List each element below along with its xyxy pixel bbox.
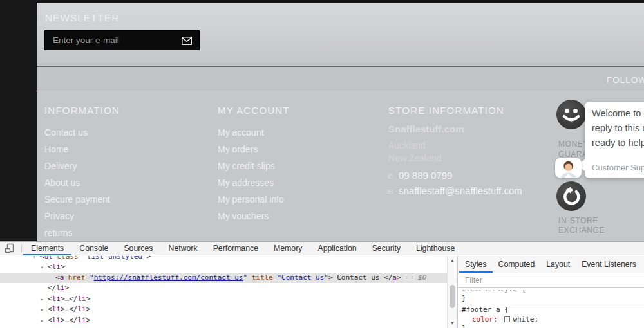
exchange-label-line1: IN-STORE — [558, 216, 598, 225]
devtools-tab-application[interactable]: Application — [310, 242, 364, 255]
sidebar-tab-layout[interactable]: Layout — [540, 256, 576, 273]
footer-link[interactable]: Delivery — [44, 158, 120, 174]
scrollbar-up-icon[interactable]: ▲ — [448, 258, 457, 264]
code-token: > — [147, 256, 151, 260]
code-token: < — [55, 273, 60, 282]
scrollbar-thumb[interactable] — [450, 285, 455, 308]
code-token: li — [77, 316, 86, 324]
code-token: > — [397, 273, 401, 282]
elements-tree-row[interactable]: ▸<li>…</li> — [0, 315, 447, 326]
rule-selector[interactable]: #footer a { — [462, 305, 509, 315]
smiley-icon — [556, 100, 586, 129]
store-email[interactable]: snafflestaff@snafflestuff.com — [399, 185, 522, 196]
footer-link[interactable]: Contact us — [44, 124, 120, 141]
twisty-icon[interactable]: ▸ — [41, 316, 48, 327]
elements-tree-row[interactable]: <a href="https://snafflestuff.com/contac… — [0, 273, 447, 284]
code-token: > — [61, 295, 65, 303]
sidebar-tab-bar: StylesComputedLayoutEvent ListenersDOM — [458, 256, 644, 273]
close-brace: } — [462, 323, 466, 328]
devtools-tab-elements[interactable]: Elements — [23, 242, 71, 255]
footer-link[interactable]: Secure payment — [44, 191, 120, 208]
my-account-links: My accountMy ordersMy credit slipsMy add… — [218, 124, 290, 224]
footer-link[interactable]: My credit slips — [218, 158, 290, 174]
devtools-tab-lighthouse[interactable]: Lighthouse — [408, 242, 462, 255]
exchange-label-line2: EXCHANGE — [558, 226, 605, 235]
code-token: > — [86, 316, 91, 324]
sidebar-tab-computed[interactable]: Computed — [493, 256, 541, 273]
code-token: title — [247, 273, 273, 282]
my-account-column: MY ACCOUNT My accountMy ordersMy credit … — [218, 105, 290, 224]
footer-link[interactable]: My personal info — [218, 191, 290, 208]
styles-sidebar: StylesComputedLayoutEvent ListenersDOM F… — [458, 256, 644, 328]
information-column: INFORMATION Contact usHomeDeliveryAbout … — [44, 105, 120, 241]
rule-separator — [458, 304, 644, 304]
devtools-toolbar: ElementsConsoleSourcesNetworkPerformance… — [0, 242, 644, 255]
code-token: == $0 — [401, 273, 427, 282]
twisty-icon[interactable]: ▸ — [41, 305, 48, 316]
twisty-icon[interactable]: ▸ — [41, 295, 48, 305]
footer-link[interactable]: My addresses — [218, 174, 290, 191]
devtools-panel: ElementsConsoleSourcesNetworkPerformance… — [0, 241, 644, 328]
devtools-tab-memory[interactable]: Memory — [266, 242, 310, 255]
footer-link[interactable]: Privacy — [44, 208, 120, 224]
follow-band: FOLLOW — [37, 66, 644, 91]
footer-link[interactable]: My vouchers — [218, 208, 290, 224]
newsletter-email-input[interactable] — [45, 31, 199, 50]
code-token: li — [52, 305, 61, 313]
elements-tree-row[interactable]: ▸<li>…</li> — [0, 294, 447, 305]
sidebar-tab-event-listeners[interactable]: Event Listeners — [576, 256, 642, 273]
footer-link[interactable]: My account — [218, 124, 290, 141]
code-token: li — [77, 295, 86, 303]
code-token: < — [48, 262, 52, 271]
code-token: </ — [69, 295, 77, 303]
code-token: https://snafflestuff.com/contact-us — [94, 273, 243, 282]
store-information-column: STORE INFORMATION — [388, 105, 504, 116]
elements-tree-row[interactable]: ▾<ul class="list-unstyled"> — [0, 256, 447, 262]
refresh-icon — [556, 181, 586, 211]
footer-link[interactable]: About us — [44, 174, 120, 191]
store-information-heading: STORE INFORMATION — [388, 105, 504, 116]
code-token: li — [56, 284, 64, 292]
money-back-badge-circle — [556, 100, 586, 129]
website-footer: NEWSLETTER FOLLOW INFORMATION Contact us… — [0, 0, 644, 241]
scrollbar-down-icon[interactable]: ▼ — [448, 320, 457, 326]
code-token: > — [61, 316, 65, 324]
twisty-icon[interactable]: ▾ — [41, 262, 48, 273]
toolbar-separator — [21, 244, 22, 253]
devtools-tab-performance[interactable]: Performance — [205, 242, 266, 255]
code-token: < — [48, 316, 52, 324]
devtools-tab-console[interactable]: Console — [71, 242, 116, 255]
close-brace: } — [462, 293, 466, 304]
elements-tree-row[interactable]: ▾<li> — [0, 262, 447, 273]
footer-link[interactable]: Home — [44, 141, 120, 158]
styles-filter-input[interactable]: Filter — [458, 273, 644, 288]
code-token: </ — [69, 316, 77, 324]
twisty-icon[interactable]: ▾ — [33, 256, 40, 262]
code-token: </ — [384, 273, 392, 282]
chat-message-line2: reply to this m — [592, 123, 644, 133]
toggle-device-toolbar-icon[interactable] — [5, 243, 15, 253]
sidebar-tab-styles[interactable]: Styles — [459, 256, 493, 273]
rule-declaration[interactable]: color: white; — [462, 314, 538, 325]
code-token: href — [64, 273, 85, 282]
code-token: < — [48, 295, 52, 303]
footer-link[interactable]: My orders — [218, 141, 290, 158]
chat-agent-label: Customer Suppo — [592, 163, 644, 172]
elements-tree-row[interactable]: ▸<li>…</li> — [0, 304, 447, 315]
elements-tree-row[interactable]: </li> — [0, 283, 447, 294]
color-swatch[interactable] — [504, 316, 510, 322]
devtools-tab-security[interactable]: Security — [365, 242, 408, 255]
chat-popup-bubble[interactable]: Welcome to o reply to this m ready to he… — [585, 102, 644, 178]
code-token: li — [52, 262, 61, 271]
envelope-submit-icon[interactable] — [182, 37, 192, 45]
code-token: Contact us — [333, 273, 384, 282]
follow-heading: FOLLOW — [607, 75, 644, 85]
devtools-tab-network[interactable]: Network — [161, 242, 205, 255]
elements-scrollbar[interactable]: ▲ ▼ — [447, 256, 457, 328]
css-property-name[interactable]: color: — [472, 315, 498, 323]
devtools-tab-sources[interactable]: Sources — [116, 242, 160, 255]
footer-link[interactable]: returns — [44, 224, 120, 241]
chat-agent-avatar[interactable] — [555, 158, 582, 178]
code-token: < — [40, 256, 44, 260]
css-property-value[interactable]: white; — [513, 315, 538, 323]
